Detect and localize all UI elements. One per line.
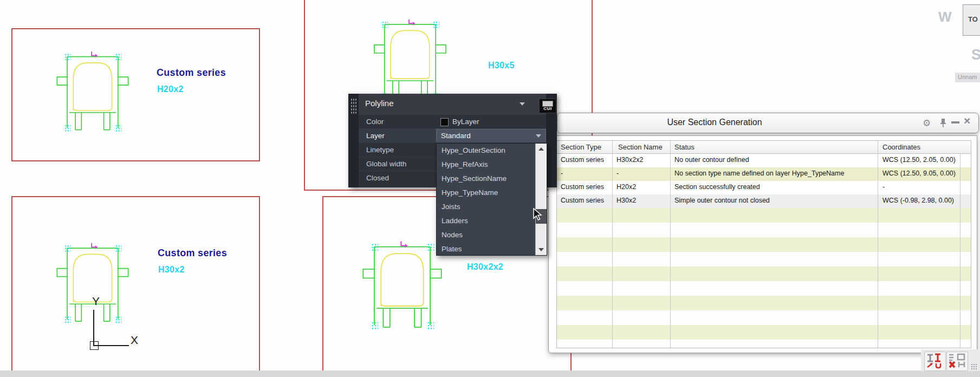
layer-option[interactable]: Hype_TypeName <box>437 186 536 200</box>
property-label: Closed <box>366 174 389 182</box>
column-header-section-type: Section Type <box>561 143 601 151</box>
layer-option[interactable]: Hype_RefAxis <box>437 158 536 172</box>
table-row[interactable]: Custom series H30x2 Simple outer contour… <box>557 194 971 208</box>
settings-gear-icon[interactable]: ⚙ <box>923 118 931 129</box>
column-header-status: Status <box>674 143 695 151</box>
close-icon[interactable]: × <box>964 114 970 127</box>
drawing-series-label: Custom series <box>158 248 227 259</box>
section-delete-icon <box>947 352 966 369</box>
cui-button[interactable]: CUI <box>539 99 556 113</box>
cell-status: No outer contour defined <box>674 156 749 164</box>
cell-status: Simple outer contour not closed <box>674 197 770 204</box>
section-convert-tool-button[interactable] <box>924 352 946 371</box>
property-label: Color <box>366 118 384 126</box>
palette-title: Polyline <box>365 99 394 108</box>
property-value: ByLayer <box>452 118 479 126</box>
column-separator <box>878 154 878 348</box>
usg-window-body: Section Type Section Name Status Coordin… <box>548 135 977 353</box>
cell-status: No section type name defined on layer Hy… <box>674 170 844 177</box>
drawing-name-label: H20x2 <box>157 84 184 94</box>
drawing-name-label: H30x2x2 <box>467 262 503 272</box>
table-row[interactable]: Custom series H20x2 Section successfully… <box>557 181 971 194</box>
layer-option[interactable]: Hype_OuterSection <box>437 144 536 158</box>
cell-coordinates: - <box>882 183 885 191</box>
scroll-down-icon[interactable] <box>538 248 544 251</box>
column-separator <box>612 154 613 348</box>
palette-titlebar[interactable]: Polyline <box>359 94 546 114</box>
toolbar-button-cropped[interactable]: TO <box>963 4 980 36</box>
property-row-color[interactable]: Color ByLayer <box>359 114 546 129</box>
mouse-cursor <box>532 208 543 221</box>
usg-window-titlebar[interactable]: User Section Generation ⚙ × <box>557 113 979 133</box>
layer-selected-value: Standard <box>441 132 471 140</box>
window-resize-grip-icon[interactable] <box>971 363 977 370</box>
section-delete-tool-button[interactable] <box>946 352 968 371</box>
results-table: Custom series H30x2x2 No outer contour d… <box>556 154 971 348</box>
layer-option[interactable]: Hype_SectionName <box>437 172 536 186</box>
ucs-x-label: X <box>131 334 138 347</box>
watermark-w: W <box>938 9 952 25</box>
pushpin-icon[interactable] <box>940 118 946 128</box>
layer-dropdown-list: Hype_OuterSection Hype_RefAxis Hype_Sect… <box>436 143 547 256</box>
cell-coordinates: WCS (12.50, 9.05, 0.00) <box>882 170 956 177</box>
minimize-icon[interactable] <box>951 121 959 123</box>
drawing-name-label: H30x5 <box>488 61 515 70</box>
layer-chevron-down-icon[interactable] <box>536 134 541 138</box>
cell-status: Section successfully created <box>674 183 760 191</box>
empty-rows-stripes <box>557 208 971 348</box>
table-header: Section Type Section Name Status Coordin… <box>556 140 971 154</box>
property-label: Linetype <box>366 146 394 154</box>
table-row[interactable]: - - No section type name defined on laye… <box>557 167 971 181</box>
cell-section-name: H20x2 <box>616 183 636 191</box>
color-swatch[interactable] <box>440 118 449 126</box>
drawing-series-label: Custom series <box>157 67 226 79</box>
dropdown-scrollbar[interactable] <box>535 144 547 255</box>
property-label: Global width <box>366 160 406 168</box>
section-profile-h20x2[interactable] <box>52 48 133 141</box>
drawing-name-label: H30x2 <box>158 265 185 275</box>
watermark-s: S <box>971 47 980 63</box>
layer-option[interactable]: Nodes <box>437 228 536 242</box>
usg-window-title: User Section Generation <box>667 118 762 127</box>
object-type-chevron-down-icon[interactable] <box>520 102 525 106</box>
cui-button-label: CUI <box>540 106 556 111</box>
drawing-frame-top-left <box>11 28 260 161</box>
cell-section-type: Custom series <box>561 197 604 204</box>
bottom-edge-bar <box>0 370 980 377</box>
table-row[interactable]: Custom series H30x2x2 No outer contour d… <box>557 154 971 167</box>
cell-coordinates: WCS (12.50, 2.05, 0.00) <box>882 156 956 164</box>
application-canvas: Custom series H20x2 H30x5 Custom series … <box>0 0 980 377</box>
cell-section-type: Custom series <box>561 156 604 164</box>
corner-tool-panel <box>921 349 980 371</box>
cell-section-type: Custom series <box>561 183 604 191</box>
column-separator <box>960 154 960 348</box>
section-profile-h30x2x2-selected[interactable] <box>358 221 447 355</box>
ucs-y-label: Y <box>92 295 100 308</box>
column-separator <box>670 154 671 348</box>
layer-option[interactable]: Plates <box>437 242 536 256</box>
property-label: Layer <box>366 132 385 140</box>
drag-grip-icon <box>351 98 357 114</box>
ucs-origin-box <box>90 341 99 350</box>
unnamed-label: Unnam <box>955 73 980 82</box>
column-header-coordinates: Coordinates <box>882 143 920 151</box>
scroll-up-icon[interactable] <box>538 147 544 151</box>
ibeam-convert-icon <box>925 352 944 369</box>
palette-grip-bar[interactable] <box>348 94 359 187</box>
cell-section-name: - <box>616 170 619 177</box>
toolbar-button-label: TO <box>968 15 978 23</box>
section-profile-h30x2[interactable] <box>52 216 133 356</box>
ucs-y-axis <box>93 310 94 346</box>
cell-section-name: H30x2 <box>616 197 636 204</box>
cell-section-name: H30x2x2 <box>616 156 643 164</box>
property-row-layer[interactable]: Layer Standard <box>359 128 546 143</box>
cell-section-type: - <box>561 170 563 177</box>
layer-option[interactable]: Ladders <box>437 214 536 228</box>
layer-option[interactable]: Joists <box>437 200 536 214</box>
layer-dropdown[interactable]: Standard <box>436 129 546 143</box>
column-header-section-name: Section Name <box>618 143 663 151</box>
cell-coordinates: WCS (-0.98, 2.98, 0.00) <box>882 197 954 204</box>
